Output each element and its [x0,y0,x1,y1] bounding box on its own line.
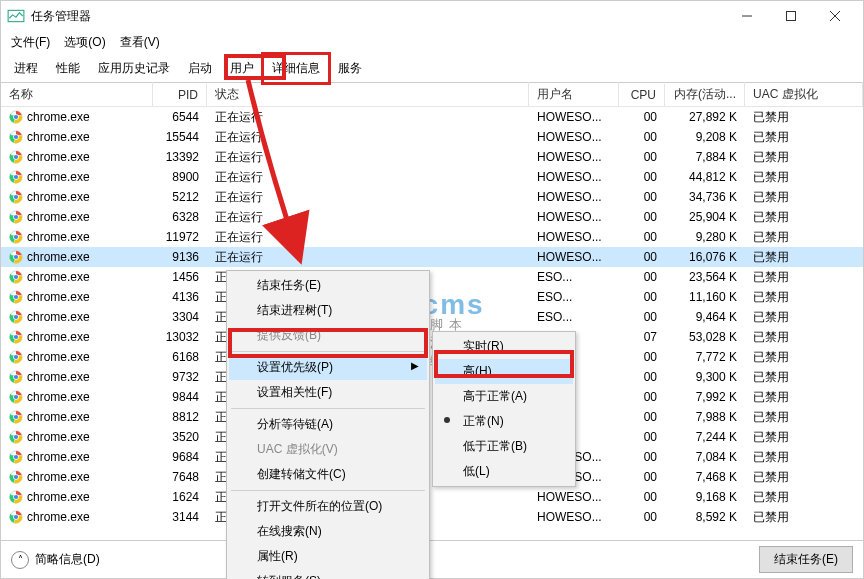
table-row[interactable]: chrome.exe5212正在运行HOWESO...0034,736 K已禁用 [1,187,863,207]
table-row[interactable]: chrome.exe11972正在运行HOWESO...009,280 K已禁用 [1,227,863,247]
table-row[interactable]: chrome.exe3304正ESO...009,464 K已禁用 [1,307,863,327]
context-menu-priority: 实时(R) 高(H) 高于正常(A) 正常(N) 低于正常(B) 低(L) [432,331,576,487]
tab-4[interactable]: 用户 [221,54,263,83]
ctx-dump[interactable]: 创建转储文件(C) [229,462,427,487]
priority-above-normal[interactable]: 高于正常(A) [435,384,573,409]
statusbar: ˄ 简略信息(D) 结束任务(E) [1,540,863,578]
svg-point-46 [14,375,18,379]
svg-point-19 [14,195,18,199]
chevron-up-icon: ˄ [11,551,29,569]
menu-options[interactable]: 选项(O) [58,32,111,53]
brief-info-toggle[interactable]: ˄ 简略信息(D) [11,551,100,569]
priority-below-normal[interactable]: 低于正常(B) [435,434,573,459]
ctx-end-tree[interactable]: 结束进程树(T) [229,298,427,323]
end-task-button[interactable]: 结束任务(E) [759,546,853,573]
ctx-properties[interactable]: 属性(R) [229,544,427,569]
ctx-uac[interactable]: UAC 虚拟化(V) [229,437,427,462]
svg-point-13 [14,155,18,159]
window-title: 任务管理器 [31,8,725,25]
priority-realtime[interactable]: 实时(R) [435,334,573,359]
svg-point-37 [14,315,18,319]
ctx-analyze[interactable]: 分析等待链(A) [229,412,427,437]
svg-point-67 [14,515,18,519]
header-mem[interactable]: 内存(活动... [665,82,745,107]
close-button[interactable] [813,1,857,31]
table-row[interactable]: chrome.exe6544正在运行HOWESO...0027,892 K已禁用 [1,107,863,127]
header-cpu[interactable]: CPU [619,84,665,106]
separator [231,408,425,409]
table-row[interactable]: chrome.exe9136正在运行HOWESO...0016,076 K已禁用 [1,247,863,267]
priority-low[interactable]: 低(L) [435,459,573,484]
header-user[interactable]: 用户名 [529,82,619,107]
menubar: 文件(F) 选项(O) 查看(V) [1,31,863,53]
tab-6[interactable]: 服务 [329,54,371,83]
svg-rect-2 [787,12,796,21]
header-name[interactable]: 名称 [1,82,153,107]
context-menu-main: 结束任务(E) 结束进程树(T) 提供反馈(B) 设置优先级(P)▶ 设置相关性… [226,270,430,579]
tab-1[interactable]: 性能 [47,54,89,83]
svg-point-16 [14,175,18,179]
svg-point-34 [14,295,18,299]
separator [231,490,425,491]
table-row[interactable]: chrome.exe13392正在运行HOWESO...007,884 K已禁用 [1,147,863,167]
svg-point-49 [14,395,18,399]
table-row[interactable]: chrome.exe8900正在运行HOWESO...0044,812 K已禁用 [1,167,863,187]
priority-high[interactable]: 高(H) [435,359,573,384]
table-row[interactable]: chrome.exe3144正HOWESO...008,592 K已禁用 [1,507,863,527]
priority-normal[interactable]: 正常(N) [435,409,573,434]
header-pid[interactable]: PID [153,84,207,106]
svg-rect-0 [8,10,24,21]
ctx-feedback[interactable]: 提供反馈(B) [229,323,427,348]
ctx-affinity[interactable]: 设置相关性(F) [229,380,427,405]
ctx-open-location[interactable]: 打开文件所在的位置(O) [229,494,427,519]
ctx-search-online[interactable]: 在线搜索(N) [229,519,427,544]
task-manager-window: 任务管理器 文件(F) 选项(O) 查看(V) 进程性能应用历史记录启动用户详细… [0,0,864,579]
table-row[interactable]: chrome.exe4136正ESO...0011,160 K已禁用 [1,287,863,307]
table-row[interactable]: chrome.exe1624正HOWESO...009,168 K已禁用 [1,487,863,507]
app-icon [7,7,25,25]
svg-point-61 [14,475,18,479]
svg-point-43 [14,355,18,359]
ctx-end-task[interactable]: 结束任务(E) [229,273,427,298]
ctx-goto-service[interactable]: 转到服务(S) [229,569,427,579]
table-row[interactable]: chrome.exe1456正ESO...0023,564 K已禁用 [1,267,863,287]
radio-dot-icon [444,417,450,423]
svg-point-25 [14,235,18,239]
separator [231,351,425,352]
brief-label: 简略信息(D) [35,551,100,568]
minimize-button[interactable] [725,1,769,31]
table-row[interactable]: chrome.exe6328正在运行HOWESO...0025,904 K已禁用 [1,207,863,227]
svg-point-52 [14,415,18,419]
tab-3[interactable]: 启动 [179,54,221,83]
tabbar: 进程性能应用历史记录启动用户详细信息服务 [1,53,863,83]
tab-5[interactable]: 详细信息 [263,54,329,83]
table-row[interactable]: chrome.exe15544正在运行HOWESO...009,208 K已禁用 [1,127,863,147]
column-headers: 名称 PID 状态 用户名 CPU 内存(活动... UAC 虚拟化 [1,83,863,107]
header-state[interactable]: 状态 [207,82,529,107]
svg-point-22 [14,215,18,219]
titlebar[interactable]: 任务管理器 [1,1,863,31]
priority-normal-label: 正常(N) [463,414,504,428]
svg-point-31 [14,275,18,279]
header-uac[interactable]: UAC 虚拟化 [745,82,863,107]
chevron-right-icon: ▶ [411,360,419,371]
tab-0[interactable]: 进程 [5,54,47,83]
menu-file[interactable]: 文件(F) [5,32,56,53]
svg-point-58 [14,455,18,459]
svg-point-55 [14,435,18,439]
svg-point-64 [14,495,18,499]
ctx-priority-label: 设置优先级(P) [257,360,333,374]
svg-point-28 [14,255,18,259]
maximize-button[interactable] [769,1,813,31]
tab-2[interactable]: 应用历史记录 [89,54,179,83]
svg-point-40 [14,335,18,339]
svg-point-10 [14,135,18,139]
ctx-set-priority[interactable]: 设置优先级(P)▶ [229,355,427,380]
menu-view[interactable]: 查看(V) [114,32,166,53]
svg-point-7 [14,115,18,119]
